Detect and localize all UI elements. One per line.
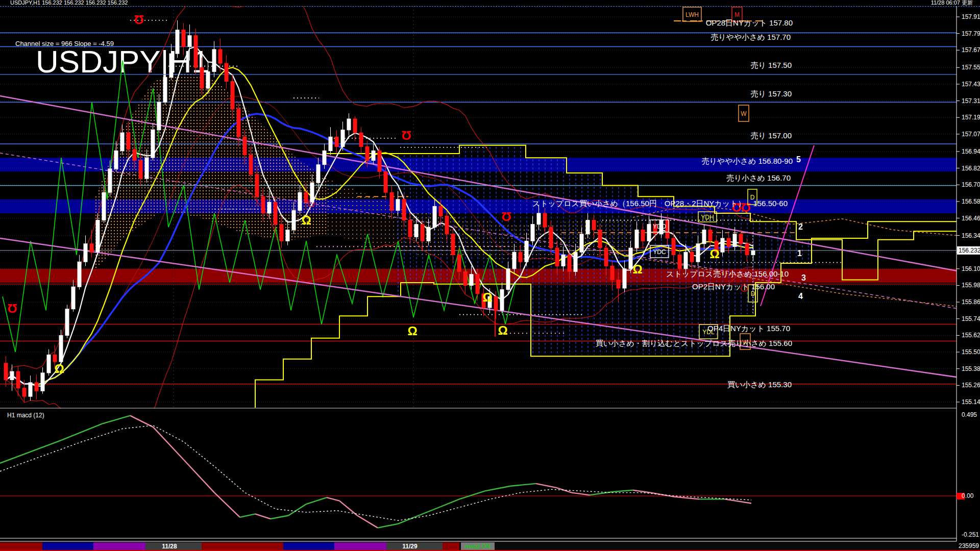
timeline-segment[interactable] <box>459 542 957 550</box>
candle-body <box>304 192 308 202</box>
candle-body <box>329 137 332 151</box>
macd-signal-line <box>0 425 751 520</box>
candle-body <box>16 371 20 388</box>
timeline-segment[interactable] <box>334 542 386 550</box>
level-annotation[interactable]: ストップロス売り小さめ 156.00-10 <box>666 269 789 278</box>
level-annotation[interactable]: 売り 157.50 <box>751 61 792 69</box>
timeline-segment[interactable] <box>443 542 459 550</box>
candle-body <box>237 109 240 137</box>
candle-body <box>120 133 124 151</box>
candle-body <box>22 388 26 396</box>
wave-count-marker[interactable]: 4 <box>798 292 803 300</box>
level-annotation[interactable]: 売りやや小さめ 156.80-90 <box>702 157 793 165</box>
level-annotation[interactable]: OP4日NYカット 155.70 <box>707 324 790 333</box>
level-annotation[interactable]: 売り 157.30 <box>751 89 792 98</box>
wave-count-marker[interactable]: 1 <box>797 249 802 258</box>
candle-body <box>139 161 142 179</box>
timeline-segment[interactable] <box>42 542 93 550</box>
wave-count-marker[interactable]: 2 <box>798 222 803 231</box>
candle-body <box>390 192 394 210</box>
candle-body <box>635 230 639 248</box>
candle-body <box>323 151 326 165</box>
candle-body <box>90 244 93 252</box>
candle-body <box>525 241 528 262</box>
candle-body <box>200 67 204 88</box>
level-annotation[interactable]: 買い小さめ・割り込むとストップロス売り小さめ 155.60 <box>596 339 792 347</box>
sell-signal-icon[interactable]: Ω <box>401 129 411 142</box>
wave-count-marker[interactable]: 3 <box>801 273 806 282</box>
candle-body <box>543 213 547 227</box>
tag-box-label: YDO <box>653 223 666 230</box>
sell-signal-icon[interactable]: Ω <box>501 210 511 223</box>
candle-body <box>739 234 743 244</box>
level-annotation[interactable]: OP28日NYカット 157.80 <box>706 18 793 27</box>
price-axis-label: 155.620 <box>962 332 980 339</box>
buy-signal-icon[interactable]: Ω <box>709 247 719 261</box>
timeline-bar[interactable]: 11/2811/29macd ON <box>0 408 980 550</box>
candle-body <box>35 383 38 391</box>
candle-body <box>512 252 516 269</box>
level-annotation[interactable]: 売り 157.00 <box>751 131 792 140</box>
candle-body <box>182 30 185 47</box>
candle-body <box>365 146 369 160</box>
price-axis-label: 156.100 <box>962 265 980 272</box>
level-annotation[interactable]: ストップロス買い小さめ（156.50円 OP28・2日NYカット） 156.50… <box>532 199 788 208</box>
price-axis-label: 157.795 <box>962 30 980 37</box>
macd-indicator-label: H1 macd (12) <box>7 412 44 419</box>
sell-signal-icon[interactable]: Ω <box>7 302 17 315</box>
candle-body <box>133 149 136 161</box>
candle-body <box>574 252 577 271</box>
buy-signal-icon[interactable]: Ω <box>407 324 417 338</box>
timeline-segment[interactable] <box>0 542 42 550</box>
candle-body <box>519 252 522 262</box>
macd-main-line-segment <box>485 486 510 491</box>
wave-count-marker[interactable]: 5 <box>796 155 801 164</box>
candle-body <box>212 49 216 71</box>
candle-body <box>353 119 357 133</box>
candle-body <box>261 196 265 213</box>
price-axis-label: 156.825 <box>962 165 980 172</box>
time-axis-end-label: 235959 <box>959 542 979 549</box>
macd-main-line-segment <box>572 493 590 495</box>
macd-axis-label: -0.251 <box>962 531 979 538</box>
macd-main-line-segment <box>612 490 633 492</box>
candle-body <box>372 151 375 161</box>
timeline-segment[interactable] <box>202 542 283 550</box>
level-annotation[interactable]: 買い小さめ 155.30 <box>727 380 792 389</box>
buy-signal-icon[interactable]: Ω <box>301 213 311 227</box>
candle-body <box>506 269 510 290</box>
macd-main-line-segment <box>459 491 485 499</box>
level-annotation[interactable]: OP2日NYカット 156.00 <box>692 282 775 291</box>
candle-body <box>672 238 675 255</box>
candle-body <box>402 199 406 220</box>
buy-signal-icon[interactable]: Ω <box>498 323 507 337</box>
candle-body <box>157 102 161 130</box>
price-axis[interactable]: 157.915157.795157.675157.550157.430157.3… <box>957 6 980 549</box>
buy-signal-icon[interactable]: Ω <box>482 290 492 304</box>
tag-box-label: M <box>734 11 740 18</box>
timeline-segment[interactable] <box>93 542 145 550</box>
main-chart[interactable]: USDJPY|H1 Channel size = 966 Slope = -4.… <box>0 0 980 551</box>
candle-body <box>96 220 100 253</box>
macd-main-line-segment <box>378 524 398 528</box>
candle-body <box>359 133 363 146</box>
buy-signal-icon[interactable]: Ω <box>54 362 64 375</box>
annotations-layer[interactable]: OP28日NYカット 157.80売りやや小さめ 157.70売り 157.50… <box>532 18 806 389</box>
candle-body <box>408 220 412 237</box>
timeline-date-label: 11/29 <box>402 543 418 550</box>
price-axis-label: 157.430 <box>962 81 980 88</box>
candle-body <box>702 230 706 244</box>
level-annotation[interactable]: 売りやや小さめ 157.70 <box>710 33 791 41</box>
macd-main-line-segment <box>255 514 271 519</box>
candle-body <box>267 202 271 213</box>
macd-main-line-segment <box>240 514 255 517</box>
tag-box-label: YDC <box>653 248 666 256</box>
candle-body <box>721 238 724 252</box>
level-annotation[interactable]: 売り小さめ 156.70 <box>726 173 791 182</box>
sell-signal-icon[interactable]: Ω <box>134 13 143 27</box>
price-axis-label: 155.380 <box>962 365 980 372</box>
candle-body <box>500 290 504 311</box>
timeline-segment[interactable] <box>283 542 334 550</box>
buy-signal-icon[interactable]: Ω <box>632 262 642 276</box>
macd-main-line-segment <box>153 427 184 460</box>
